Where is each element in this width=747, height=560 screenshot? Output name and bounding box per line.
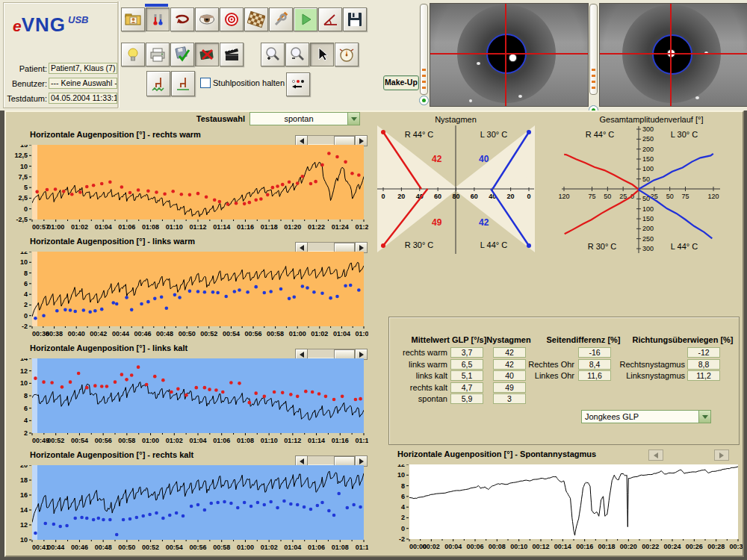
svg-text:12: 12 <box>20 521 28 529</box>
left-eye-radio[interactable] <box>419 96 429 105</box>
start-test-button[interactable] <box>294 7 317 31</box>
optokinetic-test-button[interactable] <box>244 7 268 31</box>
testauswahl-dropdown[interactable]: spontan <box>249 112 360 125</box>
target-test-button[interactable] <box>220 7 244 31</box>
chart-scrollbar[interactable] <box>295 455 368 465</box>
chart-links-kalt: Horizontale Augenposition [°] - links ka… <box>10 342 368 449</box>
svg-text:01:02: 01:02 <box>166 437 183 444</box>
svg-text:01:02: 01:02 <box>261 544 278 551</box>
patient-folder-icon <box>124 10 142 28</box>
svg-text:00:18: 00:18 <box>598 543 615 550</box>
chair-flat-button[interactable] <box>171 71 195 96</box>
svg-text:00:12: 00:12 <box>532 543 549 550</box>
analysis-value: Jongkees GLP <box>582 412 698 421</box>
scroll-right-button[interactable] <box>714 449 729 461</box>
chair-flat-icon <box>174 75 192 93</box>
svg-text:Gesamtamplitudenverlauf [°]: Gesamtamplitudenverlauf [°] <box>600 115 704 124</box>
svg-text:80: 80 <box>452 193 459 200</box>
print-button[interactable] <box>146 43 170 66</box>
stuhlposition-label: Stuhlposition halten <box>213 78 285 87</box>
svg-text:00:58: 00:58 <box>213 544 230 551</box>
zoom-out-button[interactable] <box>285 43 309 66</box>
svg-text:00:10: 00:10 <box>510 543 527 550</box>
nystagmus-marker-button[interactable] <box>286 72 310 96</box>
stuhlposition-checkbox[interactable] <box>200 78 211 88</box>
tools-icon <box>272 10 290 28</box>
rotation-test-button[interactable] <box>170 7 194 31</box>
nystagmus-dots-icon <box>289 75 307 93</box>
chart-scrollbar[interactable] <box>295 135 368 145</box>
right-eye-threshold-slider[interactable] <box>589 4 598 95</box>
svg-text:20: 20 <box>397 193 405 200</box>
floppy-disk-icon <box>346 10 364 28</box>
scroll-track[interactable] <box>308 455 355 465</box>
toolbar-row-actions <box>121 43 244 66</box>
cursor-mode-button[interactable] <box>310 43 334 66</box>
save-button[interactable] <box>343 7 367 31</box>
save-confirm-button[interactable] <box>170 43 194 66</box>
seitendifferenz-header: Seitendifferenz [%] <box>536 335 631 344</box>
svg-text:01:04: 01:04 <box>95 223 112 231</box>
svg-text:200: 200 <box>642 225 654 232</box>
gauge-button[interactable] <box>335 43 359 66</box>
cursor-arrow-icon <box>313 46 331 63</box>
chart-plot: 20181614121000:4100:4400:4600:4800:5000:… <box>10 465 368 553</box>
svg-text:01:16: 01:16 <box>237 223 254 231</box>
analysis-dropdown[interactable]: Jongkees GLP <box>581 410 711 423</box>
caloric-test-button[interactable] <box>146 7 170 31</box>
svg-text:00:30: 00:30 <box>729 543 743 550</box>
svg-text:12: 12 <box>20 367 28 375</box>
benutzer-value: --- Keine Auswahl --- <box>49 78 117 89</box>
light-button[interactable] <box>121 43 145 66</box>
left-eye-threshold-slider[interactable] <box>420 4 428 95</box>
svg-text:0: 0 <box>381 193 385 200</box>
svg-text:01:06: 01:06 <box>308 544 325 551</box>
chair-wave-button[interactable] <box>146 71 170 96</box>
delete-test-button[interactable] <box>195 43 219 66</box>
svg-text:01:00: 01:00 <box>142 437 159 444</box>
video-button[interactable] <box>220 43 244 66</box>
right-eye-crosshair <box>600 53 747 55</box>
slider-tick <box>422 69 426 71</box>
svg-text:20: 20 <box>20 465 28 469</box>
svg-text:12: 12 <box>397 464 405 468</box>
chart-links-warm: Horizontale Augenposition [°] - links wa… <box>10 235 368 342</box>
angle-calibration-button[interactable] <box>318 7 342 31</box>
svg-text:150: 150 <box>642 155 654 163</box>
testauswahl-value: spontan <box>250 114 347 123</box>
eye-tracking-button[interactable] <box>195 7 219 31</box>
svg-text:16: 16 <box>20 491 28 499</box>
scroll-left-button[interactable] <box>648 449 663 461</box>
slider-tick <box>422 75 426 77</box>
scroll-track[interactable] <box>308 242 355 252</box>
svg-text:00:48: 00:48 <box>156 330 173 337</box>
nystagmen-butterfly-chart: 0204060806040200NystagmenR 44° CL 30° CR… <box>372 113 557 263</box>
scroll-track[interactable] <box>308 135 355 145</box>
chart-plot: 121086420-200:3600:3800:4000:4200:4400:4… <box>10 252 368 340</box>
chart-scrollbar[interactable] <box>295 242 368 252</box>
slider-tick <box>592 81 595 83</box>
makeup-button[interactable]: Make-Up <box>383 75 419 90</box>
right-eye-video <box>599 3 747 107</box>
svg-text:00:06: 00:06 <box>466 543 483 550</box>
svg-text:75: 75 <box>588 193 595 200</box>
patient-folder-button[interactable] <box>121 7 145 31</box>
chevron-down-icon[interactable] <box>347 113 359 125</box>
left-eye-video <box>430 3 589 107</box>
svg-text:8: 8 <box>24 270 28 277</box>
scroll-track[interactable] <box>308 349 355 358</box>
eye-icon <box>198 10 216 28</box>
results-groupbox: Jongkees GLP Mittelwert GLP [°/s]rechts … <box>388 317 740 445</box>
svg-text:100: 100 <box>642 205 654 213</box>
svg-text:0: 0 <box>24 205 28 213</box>
svg-text:42: 42 <box>479 217 489 228</box>
logo-e: e <box>13 17 22 34</box>
svg-text:8: 8 <box>401 482 405 490</box>
printer-icon <box>149 46 167 63</box>
settings-tools-button[interactable] <box>269 7 293 31</box>
svg-text:00:52: 00:52 <box>47 437 64 444</box>
chart-scrollbar[interactable] <box>295 349 368 358</box>
chevron-down-icon[interactable] <box>698 411 710 423</box>
zoom-in-button[interactable] <box>261 43 285 66</box>
svg-text:01:04: 01:04 <box>333 330 350 337</box>
